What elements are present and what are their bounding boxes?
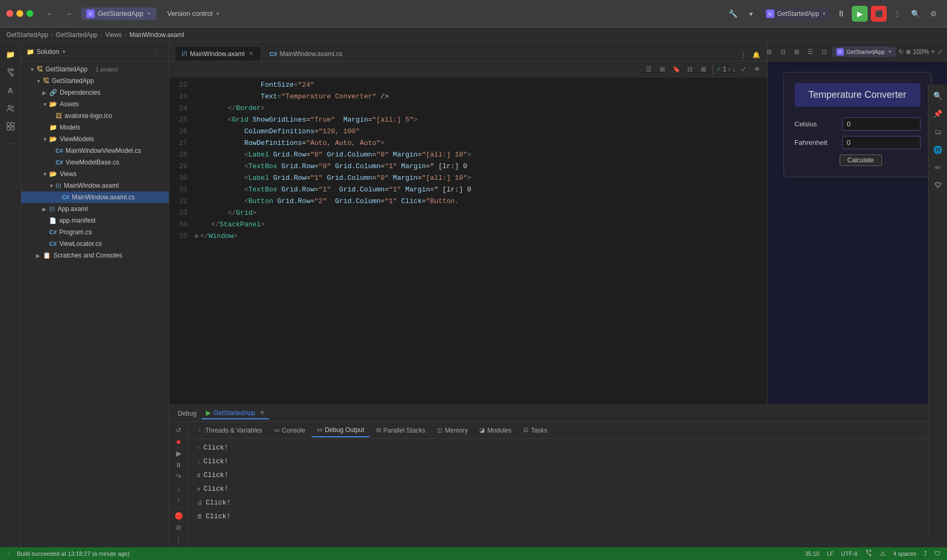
more-debug-icon[interactable]: ⋮ [173, 534, 185, 544]
cursor-position[interactable]: 35:10 [805, 550, 819, 557]
run-button[interactable]: ▶ [852, 6, 868, 22]
close-button[interactable] [6, 10, 13, 17]
breadcrumb-2[interactable]: GetStartedApp [56, 31, 97, 39]
tree-viewmodelbase[interactable]: C# ViewModelBase.cs [21, 157, 169, 168]
maximize-button[interactable] [26, 10, 33, 17]
debug-button[interactable]: ⬛ [871, 6, 887, 22]
version-control-button[interactable]: Version control ▼ [162, 7, 225, 20]
tree-mainwindow-cs[interactable]: C# MainWindow.axaml.cs [21, 191, 169, 203]
tree-logo-ico[interactable]: 🖼 avalonia-logo.ico [21, 110, 169, 122]
preview-sidebar-2[interactable]: 📌 [930, 106, 946, 122]
bookmark-icon[interactable]: 🔖 [670, 63, 682, 75]
step-over-icon[interactable]: ↷ [173, 472, 185, 482]
tab-mainwindow-cs[interactable]: C# MainWindow.axaml.cs [262, 46, 349, 61]
tool-settings-icon[interactable]: 🔧 [726, 6, 741, 21]
details-icon[interactable]: ⊡ [818, 46, 830, 58]
tree-mainwindowviewmodel[interactable]: C# MainWindowViewModel.cs [21, 145, 169, 157]
tree-app-xaml[interactable]: ▶ ⟨/⟩ App.axaml [21, 203, 169, 215]
zoom-control[interactable]: ⊕ 100% ▼ [906, 48, 935, 56]
maximize-editor-icon[interactable]: ⤢ [737, 63, 749, 75]
memory-tab[interactable]: ◫ Memory [432, 424, 473, 437]
minimize-button[interactable] [16, 10, 23, 17]
tab-mainwindow-xaml[interactable]: ⟨/⟩ MainWindow.axaml ✕ [175, 46, 261, 61]
back-button[interactable]: ← [43, 7, 57, 21]
tab-settings-icon[interactable]: ⋮ [737, 49, 749, 61]
sidebar-grid-icon[interactable] [3, 118, 19, 134]
restart-debug-icon[interactable]: ↺ [173, 425, 185, 435]
run-config[interactable]: G GetStartedApp ▼ [762, 7, 831, 20]
search-button[interactable]: 🔍 [908, 6, 923, 21]
error-count[interactable]: ✓ 1 ↑ ↓ [716, 66, 735, 73]
pause-debug-icon[interactable]: ⏸ [173, 460, 185, 470]
debug-output-tab[interactable]: ▭ Debug Output [312, 424, 370, 437]
fold-icon[interactable]: ⊠ [698, 63, 709, 75]
sidebar-text-icon[interactable]: A [3, 82, 19, 98]
celsius-input[interactable] [842, 117, 921, 131]
sidebar-folder-icon[interactable]: 📁 [3, 47, 19, 62]
columns-icon[interactable]: ⊞ [657, 63, 668, 75]
step-into-icon[interactable]: ↓ [173, 483, 185, 493]
pause-icon[interactable]: ⏸ [834, 6, 849, 21]
expand-preview-icon[interactable]: ⤢ [937, 46, 943, 58]
preview-icon[interactable]: 👁 [751, 63, 763, 75]
parallel-stacks-tab[interactable]: ⊟ Parallel Stacks [371, 424, 431, 437]
preview-sidebar-6[interactable] [930, 178, 946, 194]
resume-icon[interactable]: ▶ [173, 448, 185, 458]
tree-dependencies[interactable]: ▶ 🔗 Dependencies [21, 87, 169, 98]
tasks-tab[interactable]: ☑ Tasks [518, 424, 553, 437]
indent-icon[interactable]: ⊟ [684, 63, 696, 75]
sidebar-more[interactable]: ⋯ [6, 139, 15, 149]
line-ending[interactable]: LF [827, 550, 834, 557]
forward-button[interactable]: → [62, 7, 76, 21]
preview-sidebar-3[interactable]: 🗂 [930, 124, 946, 140]
more-options-button[interactable]: ⋮ [890, 6, 905, 21]
tree-viewlocator-cs[interactable]: C# ViewLocator.cs [21, 238, 169, 250]
tree-models-folder[interactable]: 📁 Models [21, 122, 169, 133]
threads-variables-tab[interactable]: ⋮ Threads & Variables [192, 424, 268, 437]
tree-mainwindow-xaml[interactable]: ▼ ⟨/⟩ MainWindow.axaml [21, 180, 169, 191]
step-out-icon[interactable]: ↑ [173, 495, 185, 505]
tree-viewmodels-folder[interactable]: ▼ 📂 ViewModels [21, 133, 169, 145]
settings-button[interactable]: ⚙ [926, 6, 941, 21]
encoding[interactable]: UTF-8 [841, 550, 858, 557]
reload-preview-icon[interactable]: ↻ [898, 46, 904, 58]
code-content[interactable]: FontSize="24" Text="Temperature Converte… [190, 77, 767, 405]
preview-sidebar-1[interactable]: 🔍 [930, 88, 946, 104]
indent-setting[interactable]: 4 spaces [893, 550, 916, 557]
stop-debug-icon[interactable]: ■ [173, 437, 185, 447]
breadcrumb-1[interactable]: GetStartedApp [6, 31, 48, 39]
mute-breakpoints-icon[interactable]: ⊘ [173, 522, 185, 533]
tab-xaml-close[interactable]: ✕ [247, 50, 254, 58]
tree-scratches[interactable]: ▶ 📋 Scratches and Consoles [21, 250, 169, 261]
preview-run-config[interactable]: G GetStartedApp ▼ [832, 47, 897, 57]
dropdown-arrow[interactable]: ▾ [744, 6, 759, 21]
tree-project[interactable]: ▼ 🏗 GetStartedApp [21, 75, 169, 87]
tree-view-icon[interactable]: ☰ [805, 46, 816, 58]
app-run-tab-close[interactable]: ✕ [260, 409, 265, 416]
tree-program-cs[interactable]: C# Program.cs [21, 226, 169, 238]
app-tab[interactable]: G GetStartedApp ▼ [81, 7, 157, 20]
code-editor[interactable]: 22 23 24 25 26 27 28 29 30 31 32 33 [169, 77, 767, 405]
modules-tab[interactable]: ◪ Modules [474, 424, 516, 437]
breakpoints-icon[interactable]: 🔴 [173, 511, 185, 521]
tree-app-manifest[interactable]: 📄 app.manifest [21, 215, 169, 226]
fahrenheit-input[interactable] [842, 136, 921, 149]
sidebar-git-icon[interactable] [3, 65, 19, 80]
preview-sidebar-4[interactable]: 🌐 [930, 142, 946, 158]
notification-icon[interactable]: 🔔 [750, 49, 762, 61]
tree-views-folder[interactable]: ▼ 📂 Views [21, 168, 169, 180]
panel-options-button[interactable]: ⋮ [148, 44, 163, 60]
debug-tab[interactable]: Debug [174, 408, 201, 419]
structure-icon[interactable]: ☰ [643, 63, 654, 75]
layout-icon[interactable]: ⊠ [791, 46, 803, 58]
tree-root[interactable]: ▼ 🏗 GetStartedApp · 1 project [21, 63, 169, 75]
sidebar-users-icon[interactable] [3, 100, 19, 116]
grid-view-icon[interactable]: ⊞ [763, 46, 775, 58]
app-run-tab[interactable]: ▶ GetStartedApp ✕ [202, 407, 268, 419]
breadcrumb-4[interactable]: MainWindow.axaml [130, 31, 184, 39]
zoom-plus-icon[interactable]: ⊕ [906, 48, 911, 56]
breadcrumb-3[interactable]: Views [105, 31, 122, 39]
tree-assets-folder[interactable]: ▼ 📂 Assets [21, 98, 169, 110]
preview-sidebar-5[interactable]: ✏ [930, 160, 946, 176]
console-tab[interactable]: ▭ Console [269, 424, 311, 437]
